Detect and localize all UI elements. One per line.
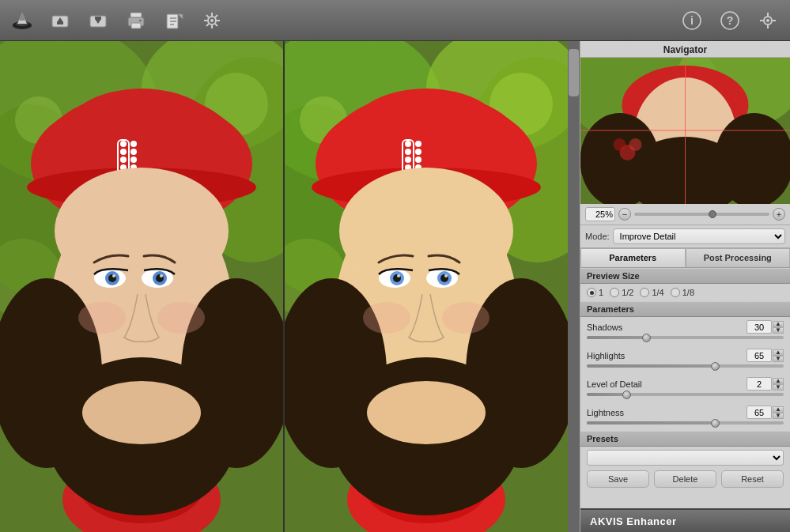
navigator-title: Navigator — [580, 41, 790, 58]
tab-parameters[interactable]: Parameters — [580, 248, 686, 267]
highlights-slider-track[interactable] — [587, 364, 784, 368]
highlights-value[interactable] — [747, 349, 772, 362]
settings2-icon[interactable] — [198, 6, 226, 35]
mode-select[interactable]: Improve Detail Stylization Remove Noise — [613, 228, 785, 244]
radio-1[interactable] — [587, 288, 596, 297]
svg-marker-15 — [178, 14, 183, 19]
help-icon[interactable]: ? — [716, 6, 744, 35]
shadows-slider-thumb[interactable] — [642, 334, 651, 342]
svg-point-98 — [405, 157, 411, 163]
zoom-bar: 25% − + — [580, 204, 790, 225]
open-file-icon[interactable] — [46, 6, 74, 35]
delete-button[interactable]: Delete — [654, 470, 716, 488]
lightness-slider-thumb[interactable] — [711, 419, 720, 428]
lightness-stepper: ▲ ▼ — [773, 406, 784, 419]
preview-size-half[interactable]: 1/2 — [610, 288, 633, 297]
processed-image-panel[interactable] — [283, 41, 568, 532]
app-logo-icon — [8, 6, 36, 35]
zoom-slider[interactable] — [634, 213, 769, 216]
highlights-label: Highlights — [587, 351, 625, 360]
svg-point-120 — [367, 381, 486, 444]
export-icon[interactable] — [160, 6, 188, 35]
original-image-panel[interactable] — [0, 41, 283, 532]
zoom-slider-thumb[interactable] — [709, 210, 716, 218]
mode-bar: Mode: Improve Detail Stylization Remove … — [580, 225, 790, 248]
lightness-slider-track[interactable] — [587, 421, 784, 424]
level-of-detail-value[interactable] — [747, 377, 772, 391]
svg-marker-3 — [19, 13, 25, 21]
lightness-value-box: ▲ ▼ — [747, 406, 784, 419]
zoom-input[interactable]: 25% — [585, 207, 615, 221]
svg-rect-12 — [131, 23, 141, 28]
preview-size-eighth[interactable]: 1/8 — [671, 288, 694, 297]
level-of-detail-slider-thumb[interactable] — [622, 391, 631, 399]
shadows-stepper: ▲ ▼ — [773, 321, 784, 334]
level-of-detail-slider-track[interactable] — [587, 393, 784, 396]
svg-line-28 — [206, 24, 209, 26]
mode-label: Mode: — [585, 232, 610, 241]
svg-rect-6 — [57, 22, 63, 25]
svg-point-96 — [405, 141, 411, 147]
svg-point-79 — [78, 302, 126, 334]
preferences-icon[interactable] — [754, 6, 782, 35]
toolbar: i ? — [0, 0, 790, 41]
radio-half[interactable] — [610, 288, 619, 297]
svg-point-59 — [130, 141, 137, 147]
shadows-value[interactable] — [747, 320, 772, 334]
svg-point-61 — [130, 157, 137, 163]
info-icon[interactable]: i — [678, 6, 706, 35]
save-button[interactable]: Save — [587, 470, 649, 488]
reset-button[interactable]: Reset — [721, 470, 784, 488]
shadows-down[interactable]: ▼ — [773, 327, 784, 334]
radio-quarter[interactable] — [640, 288, 649, 297]
svg-point-121 — [363, 302, 410, 334]
tab-post-processing[interactable]: Post Processing — [686, 248, 791, 267]
highlights-slider-thumb[interactable] — [711, 362, 720, 371]
lightness-label: Lightness — [587, 408, 624, 417]
svg-point-80 — [157, 302, 205, 334]
svg-point-66 — [55, 168, 229, 294]
svg-point-54 — [120, 141, 127, 147]
highlights-down[interactable]: ▼ — [773, 356, 784, 362]
right-panel: Navigator — [580, 41, 790, 532]
level-of-detail-down[interactable]: ▼ — [773, 384, 784, 391]
svg-point-135 — [629, 138, 642, 151]
print-icon[interactable] — [122, 6, 150, 35]
vertical-scrollbar[interactable] — [568, 41, 580, 532]
tabs: Parameters Post Processing — [580, 248, 790, 268]
svg-point-116 — [444, 274, 448, 277]
shadows-label: Shadows — [587, 323, 622, 332]
svg-point-55 — [120, 149, 127, 155]
level-of-detail-stepper: ▲ ▼ — [773, 378, 784, 391]
presets-buttons: Save Delete Reset — [587, 470, 784, 488]
lightness-value[interactable] — [747, 406, 772, 419]
preview-size-1[interactable]: 1 — [587, 288, 603, 297]
scrollbar-thumb[interactable] — [569, 49, 579, 96]
navigator-preview[interactable] — [580, 58, 790, 204]
app-footer: AKVIS Enhancer — [580, 508, 790, 532]
svg-point-102 — [415, 149, 421, 155]
app-footer-label: AKVIS Enhancer — [590, 515, 677, 527]
parameters-header: Parameters — [580, 301, 790, 317]
presets-section: Save Delete Reset — [580, 447, 790, 491]
shadows-row: Shadows ▲ ▼ — [580, 317, 790, 345]
svg-point-34 — [766, 19, 769, 22]
svg-line-26 — [215, 24, 217, 26]
preview-size-quarter[interactable]: 1/4 — [640, 288, 663, 297]
svg-point-101 — [415, 141, 421, 147]
highlights-stepper: ▲ ▼ — [773, 349, 784, 362]
highlights-value-box: ▲ ▼ — [747, 349, 784, 362]
svg-point-73 — [112, 274, 115, 277]
zoom-out-button[interactable]: − — [618, 208, 631, 221]
level-of-detail-row: Level of Detail ▲ ▼ — [580, 374, 790, 402]
preview-size-header: Preview Size — [580, 268, 790, 284]
shadows-slider-track[interactable] — [587, 336, 784, 339]
presets-dropdown[interactable] — [587, 450, 784, 466]
download-icon[interactable] — [84, 6, 112, 35]
svg-line-25 — [206, 15, 209, 17]
svg-point-20 — [210, 19, 214, 22]
zoom-in-button[interactable]: + — [773, 208, 785, 221]
radio-eighth[interactable] — [671, 288, 680, 297]
preview-size-row: 1 1/2 1/4 1/8 — [580, 284, 790, 301]
lightness-down[interactable]: ▼ — [773, 413, 784, 419]
